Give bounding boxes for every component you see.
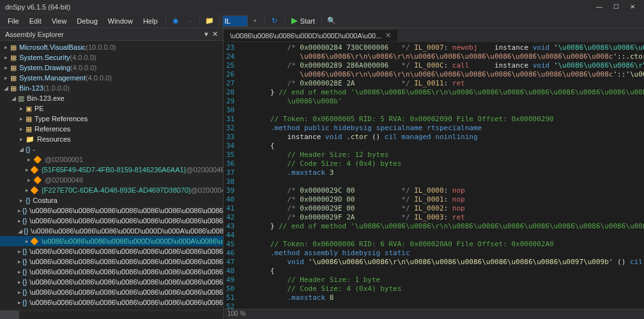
tree-rest-4[interactable]: ▸{}\u0086\u0086\u0086\u0086\u0086\u0086\… — [0, 287, 223, 297]
refresh-icon[interactable]: ↻ — [269, 15, 280, 27]
menu-window[interactable]: Window — [103, 15, 138, 27]
code-editor[interactable]: 2324252627282930313233343536373839404142… — [224, 42, 644, 309]
tree-rest-1[interactable]: ▸{}\u0086\u0086\u0086\u0086\u0086\u0086\… — [0, 256, 223, 267]
tree-typerefs[interactable]: ▸▦Type References — [0, 114, 223, 124]
tree-asm-2[interactable]: ▸▦System.Drawing (4.0.0.0) — [0, 63, 223, 73]
open-icon[interactable]: 📁 — [204, 15, 215, 27]
svg-marker-0 — [291, 18, 298, 24]
tree-pid3[interactable]: ▸🔶{F227E70C-6DEA-4D48-893E-AD4697D38070}… — [0, 185, 223, 195]
tree-pe[interactable]: ▸▣PE — [0, 103, 223, 114]
start-label: Start — [300, 17, 315, 25]
menu-file[interactable]: File — [3, 15, 24, 27]
tree-rest-2[interactable]: ▸{}\u0086\u0086\u0086\u0086\u0086\u0086\… — [0, 267, 223, 277]
start-button[interactable]: Start — [288, 16, 319, 26]
tree-rest-5[interactable]: ▸{}\u0086\u0086\u0086\u0086\u0086\u0086\… — [0, 297, 223, 308]
menu-view[interactable]: View — [47, 15, 72, 27]
titlebar: dnSpy v6.1.5 (64-bit) — ☐ ✕ — [0, 0, 644, 14]
panel-header: Assembly Explorer ▾ ✕ — [0, 28, 223, 41]
tab-close-icon[interactable]: ✕ — [385, 31, 391, 40]
close-button[interactable]: ✕ — [626, 3, 639, 11]
panel-dropdown-icon[interactable]: ▾ — [204, 30, 208, 38]
status-bar: 100 % — [224, 309, 644, 319]
minimize-button[interactable]: — — [593, 3, 606, 11]
tree[interactable]: ▸▦Microsoft.VisualBasic (10.0.0.0)▸▦Syst… — [0, 41, 223, 310]
il-dropdown-input[interactable] — [222, 15, 248, 27]
tree-ns-selected-parent[interactable]: ◢{}\u0086\u0086\u0086\u0086\u000D\u000D\… — [0, 226, 223, 236]
tree-asm-0[interactable]: ▸▦Microsoft.VisualBasic (10.0.0.0) — [0, 42, 223, 52]
search-icon[interactable]: 🔍 — [326, 15, 337, 27]
maximize-button[interactable]: ☐ — [610, 3, 622, 11]
tree-ns-0[interactable]: ▸{}\u0086\u0086\u0086\u0086\u0086\u0086\… — [0, 205, 223, 216]
nav-forward-icon[interactable]: → — [184, 15, 195, 27]
menubar: File Edit View Debug Window Help ◉ → 📁 ▾… — [0, 14, 644, 28]
dropdown-arrow-icon[interactable]: ▾ — [249, 15, 261, 27]
tree-pid1[interactable]: ▸🔶{51F65F49-45D7-4FB0-8159-8146236A6AA1}… — [0, 165, 223, 175]
tab-strip: \u0086\u0086\u0086\u000D\u000D\u000A\u00… — [224, 28, 644, 42]
tree-pid2[interactable]: ▸🔶 @02000048 — [0, 175, 223, 185]
menu-edit[interactable]: Edit — [24, 15, 47, 27]
tree-module-type[interactable]: ▸🔶 @02000001 — [0, 154, 223, 165]
editor-panel: \u0086\u0086\u0086\u000D\u000D\u000A\u00… — [224, 28, 644, 319]
tree-target-asm[interactable]: ◢▦Bin-123 (1.0.0.0) — [0, 83, 223, 93]
tree-resources[interactable]: ▸📁Resources — [0, 134, 223, 144]
tree-module[interactable]: ◢▥Bin-123.exe — [0, 93, 223, 103]
tree-asm-1[interactable]: ▸▦System.Security (4.0.0.0) — [0, 52, 223, 63]
active-tab[interactable]: \u0086\u0086\u0086\u000D\u000D\u000A\u00… — [224, 29, 397, 41]
nav-back-icon[interactable]: ◉ — [170, 15, 181, 27]
panel-title: Assembly Explorer — [5, 31, 64, 38]
tree-rest-3[interactable]: ▸{}\u0086\u0086\u0086\u0086\u0086\u0086\… — [0, 277, 223, 287]
tree-refs[interactable]: ▸▦References — [0, 124, 223, 134]
close-panel-icon[interactable]: ✕ — [212, 30, 218, 38]
code-body: /* 0x00000284 730C000006 */ IL_0007: new… — [240, 42, 644, 309]
tab-title: \u0086\u0086\u0086\u000D\u000D\u000A\u00… — [230, 32, 381, 40]
tree-selected-class[interactable]: ▸🔶\u0086\u0086\u0086\u0086\u000D\u000D\u… — [0, 236, 223, 246]
tree-ns-dash[interactable]: ◢{}- — [0, 144, 223, 154]
tree-asm-3[interactable]: ▸▦System.Management (4.0.0.0) — [0, 73, 223, 83]
zoom-level[interactable]: 100 % — [227, 310, 245, 317]
app-title: dnSpy v6.1.5 (64-bit) — [5, 3, 70, 11]
tree-ns-1[interactable]: ▸{}\u0086\u0086\u0086\u0086\u0086\u0086\… — [0, 216, 223, 226]
menu-help[interactable]: Help — [138, 15, 163, 27]
assembly-explorer-panel: Assembly Explorer ▾ ✕ ▸▦Microsoft.Visual… — [0, 28, 224, 319]
line-gutter: 2324252627282930313233343536373839404142… — [224, 42, 240, 309]
tree-hscroll[interactable] — [0, 310, 223, 319]
tree-rest-0[interactable]: ▸{}\u0086\u0086\u0086\u0086\u0086\u0086\… — [0, 246, 223, 256]
menu-debug[interactable]: Debug — [72, 15, 102, 27]
play-icon — [291, 18, 298, 24]
tree-costura[interactable]: ▸{}Costura — [0, 195, 223, 205]
